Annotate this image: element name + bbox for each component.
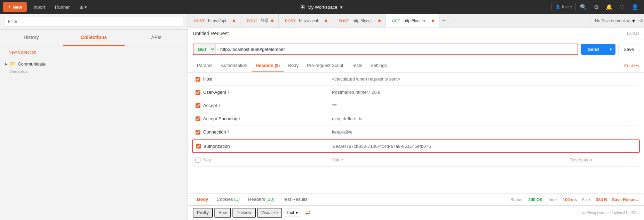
collection-sub: 2 requests (0, 69, 188, 74)
header-checkbox[interactable] (196, 77, 200, 82)
request-tab-4[interactable]: GET http://localh.... (386, 14, 439, 28)
header-checkbox[interactable] (196, 158, 200, 162)
header-value: */* (332, 103, 639, 108)
environment-select[interactable]: No Environment (594, 18, 631, 24)
tab-prerequest[interactable]: Pre-request Script (303, 59, 348, 72)
save-button[interactable]: Save (618, 44, 639, 55)
tab-settings[interactable]: Settings (366, 59, 391, 72)
wrap-button[interactable]: ⇌ (305, 209, 310, 217)
workspace-switcher[interactable]: ⊞ My Workspace ▾ (93, 4, 550, 10)
request-tab-2[interactable]: POST http://local.... (279, 14, 332, 28)
header-key: Accept-Encoding ℹ (203, 116, 332, 121)
import-button[interactable]: Import (28, 3, 49, 12)
search-icon-btn[interactable]: 🔍 (577, 2, 590, 12)
request-tab-3[interactable]: POST http://local.... (332, 14, 386, 28)
info-icon[interactable]: ℹ (214, 77, 216, 81)
header-key: Accept ℹ (203, 103, 332, 108)
invite-button[interactable]: 👤 Invite (551, 3, 576, 11)
collection-item[interactable]: ▶ 📁 Communicate (0, 58, 188, 69)
header-checkbox[interactable] (196, 90, 200, 95)
header-checkbox[interactable] (196, 116, 200, 121)
header-checkbox[interactable] (196, 103, 200, 108)
tab-authorization[interactable]: Authorization (217, 59, 252, 72)
header-key-placeholder: Key (203, 157, 332, 162)
env-chevron-icon: ▾ (632, 17, 635, 24)
response-tab-headers[interactable]: Headers (10) (244, 194, 279, 205)
format-raw-btn[interactable]: Raw (214, 208, 231, 218)
workspace-label: My Workspace (308, 5, 337, 10)
info-icon[interactable]: ℹ (228, 130, 229, 134)
bell-icon-btn[interactable]: 🔔 (603, 2, 615, 12)
header-row: Accept ℹ */* (193, 99, 639, 112)
tab-headers[interactable]: Headers (9) (252, 59, 284, 72)
header-checkbox[interactable] (196, 144, 201, 149)
method-chevron-icon: ▾ (216, 47, 220, 51)
info-icon[interactable]: ℹ (219, 103, 220, 108)
send-button[interactable]: Send (581, 44, 606, 55)
unsaved-dot (432, 20, 434, 22)
new-collection-button[interactable]: + New Collection (0, 46, 188, 58)
environment-selector[interactable]: No Environment ▾ (589, 14, 639, 28)
header-value: <calculated when request is sent> (332, 76, 639, 82)
top-bar: New Import Runner ⊞ ▾ ⊞ My Workspace ▾ 👤… (0, 0, 644, 14)
response-tab-cookies[interactable]: Cookies (1) (213, 194, 244, 205)
avatar-btn[interactable]: 👤 (629, 2, 641, 12)
url-input[interactable] (220, 47, 578, 52)
layout-button[interactable]: ⊞ ▾ (75, 3, 92, 12)
header-checkbox[interactable] (196, 130, 200, 135)
format-preview-btn[interactable]: Preview (232, 208, 256, 218)
sidebar: History Collections APIs + New Collectio… (0, 14, 188, 220)
tab-url: http://local.... (352, 18, 376, 23)
sidebar-item-apis[interactable]: APIs (125, 30, 188, 46)
more-tabs-button[interactable]: ··· (448, 14, 459, 28)
format-pretty-btn[interactable]: Pretty (193, 208, 213, 218)
request-tab-1[interactable]: POST 登录 (240, 14, 279, 28)
unsaved-dot (233, 20, 235, 22)
heart-icon-btn[interactable]: ♡ (617, 2, 627, 12)
new-button[interactable]: New (3, 2, 27, 12)
sidebar-item-collections[interactable]: Collections (63, 30, 125, 46)
method-badge: POST (284, 18, 297, 23)
collection-name: Communicate (18, 61, 46, 67)
save-response-button[interactable]: Save Respo... (612, 197, 639, 202)
request-nav: Params Authorization Headers (9) Body Pr… (188, 59, 644, 73)
format-visualize-btn[interactable]: Visualize (257, 208, 282, 218)
tab-url: 登录 (261, 18, 269, 24)
format-type-label: Text (287, 210, 294, 215)
method-badge: GET (391, 18, 401, 23)
header-value: keep-alive (332, 129, 639, 135)
top-right-actions: 👤 Invite 🔍 ⚙ 🔔 ♡ 👤 (551, 2, 641, 12)
send-dropdown-button[interactable]: ▾ (606, 44, 615, 55)
tab-url: http://localh.... (404, 18, 430, 23)
header-value-placeholder: Value (332, 157, 570, 162)
tab-params[interactable]: Params (193, 59, 217, 72)
request-header: Untitled Request BUILD (188, 28, 644, 39)
method-badge: POST (193, 18, 206, 23)
header-key: Host ℹ (203, 76, 332, 82)
format-type-select[interactable]: Text ▾ (284, 208, 301, 217)
format-chevron-icon: ▾ (296, 210, 298, 215)
method-select[interactable]: GET (193, 44, 216, 54)
response-section: Body Cookies (1) Headers (10) Test Resul… (188, 194, 644, 220)
sidebar-item-history[interactable]: History (0, 30, 63, 46)
header-row: Host ℹ <calculated when request is sent> (193, 73, 639, 86)
method-badge: POST (245, 18, 259, 23)
info-icon[interactable]: ℹ (228, 90, 229, 94)
time-label: Time: (548, 197, 558, 202)
build-label[interactable]: BUILD (627, 31, 639, 36)
method-badge: POST (337, 18, 350, 23)
tab-body[interactable]: Body (284, 59, 303, 72)
response-tab-test-results[interactable]: Test Results (279, 194, 312, 205)
info-icon[interactable]: ℹ (239, 116, 240, 121)
request-tab-0[interactable]: POST https://api.... (188, 14, 240, 28)
tab-tests[interactable]: Tests (348, 59, 366, 72)
settings-icon-btn[interactable]: ⚙ (591, 2, 602, 12)
add-tab-button[interactable]: + (439, 14, 449, 28)
unsaved-dot (325, 20, 327, 22)
runner-button[interactable]: Runner (51, 3, 74, 12)
cookies-link[interactable]: Cookies (624, 63, 639, 68)
header-desc-placeholder: Description (570, 157, 639, 162)
eye-icon-btn[interactable]: 👁 (639, 14, 644, 28)
response-tab-body[interactable]: Body (193, 194, 213, 205)
search-input[interactable] (4, 17, 183, 26)
